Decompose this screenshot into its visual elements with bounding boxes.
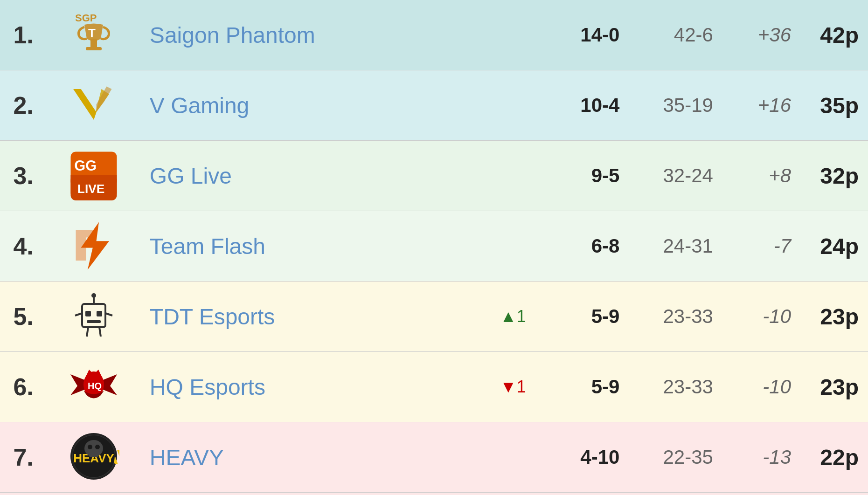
points: 42p (800, 0, 868, 70)
team-logo: SGP T (47, 0, 140, 70)
svg-rect-30 (89, 453, 98, 457)
rank-number: 7. (0, 422, 47, 493)
svg-text:T: T (88, 26, 96, 40)
team-name: Saigon Phantom (140, 0, 452, 70)
team-name: Team Flash (140, 211, 452, 282)
rank-number: 4. (0, 211, 47, 282)
win-loss-record: 4-10 (535, 422, 629, 493)
team-name: Tân Voi Gaming (140, 493, 452, 495)
table-row: 5. TDT Esports ▲1 5-9 23-33 (0, 282, 868, 352)
plus-minus: -20 (722, 493, 800, 495)
points: 32p (800, 141, 868, 211)
team-logo: HQ (47, 352, 140, 422)
svg-line-15 (75, 313, 82, 316)
rank-change (452, 70, 535, 141)
game-diff: 32-24 (629, 141, 722, 211)
team-logo: HEAVY HEAVY HEAVY (47, 422, 140, 493)
game-diff: 42-6 (629, 0, 722, 70)
team-name: HQ Esports (140, 352, 452, 422)
table-row: 7. HEAVY HEAVY HEAVY HEAVY 4-10 22-35 -1… (0, 422, 868, 493)
svg-line-18 (99, 327, 101, 337)
team-name: V Gaming (140, 70, 452, 141)
svg-rect-14 (87, 320, 101, 323)
plus-minus: +36 (722, 0, 800, 70)
plus-minus: -7 (722, 211, 800, 282)
standings-table: 1. SGP T Saigon Phantom 14-0 42-6 +36 42… (0, 0, 868, 495)
rank-change-value: 1 (517, 307, 526, 326)
table-row: 8. Tân Voi Gaming 3-11 17-37 -20 17p (0, 493, 868, 495)
svg-rect-2 (86, 47, 102, 50)
win-loss-record: 3-11 (535, 493, 629, 495)
game-diff: 23-33 (629, 282, 722, 352)
team-logo: GG LIVE (47, 141, 140, 211)
rank-change (452, 493, 535, 495)
points: 23p (800, 352, 868, 422)
table-row: 1. SGP T Saigon Phantom 14-0 42-6 +36 42… (0, 0, 868, 70)
svg-point-29 (95, 445, 100, 449)
win-loss-record: 9-5 (535, 141, 629, 211)
rank-number: 1. (0, 0, 47, 70)
rank-change: ▼1 (452, 352, 535, 422)
points: 22p (800, 422, 868, 493)
rank-change (452, 211, 535, 282)
team-logo (47, 282, 140, 352)
svg-line-16 (105, 313, 112, 316)
team-logo (47, 70, 140, 141)
points: 23p (800, 282, 868, 352)
rank-number: 8. (0, 493, 47, 495)
rank-number: 2. (0, 70, 47, 141)
game-diff: 23-33 (629, 352, 722, 422)
svg-text:LIVE: LIVE (77, 182, 104, 196)
svg-rect-12 (85, 311, 91, 316)
plus-minus: -10 (722, 282, 800, 352)
rank-number: 5. (0, 282, 47, 352)
rank-change-down-icon: ▼ (500, 377, 517, 396)
game-diff: 24-31 (629, 211, 722, 282)
points: 24p (800, 211, 868, 282)
team-logo (47, 211, 140, 282)
rank-change (452, 422, 535, 493)
plus-minus: +8 (722, 141, 800, 211)
rank-change: ▲1 (452, 282, 535, 352)
svg-line-17 (87, 327, 88, 337)
svg-text:SGP: SGP (75, 12, 97, 24)
win-loss-record: 5-9 (535, 352, 629, 422)
plus-minus: -10 (722, 352, 800, 422)
table-row: 4. Team Flash 6-8 24-31 -7 24p (0, 211, 868, 282)
plus-minus: -13 (722, 422, 800, 493)
svg-point-28 (88, 445, 92, 449)
svg-text:GG: GG (74, 158, 97, 174)
points: 17p (800, 493, 868, 495)
table-row: 6. HQ HQ Esports ▼1 5-9 23-33 -10 23p (0, 352, 868, 422)
team-name: TDT Esports (140, 282, 452, 352)
rank-change (452, 141, 535, 211)
rank-number: 6. (0, 352, 47, 422)
points: 35p (800, 70, 868, 141)
win-loss-record: 14-0 (535, 0, 629, 70)
rank-change-up-icon: ▲ (500, 307, 517, 326)
game-diff: 22-35 (629, 422, 722, 493)
game-diff: 17-37 (629, 493, 722, 495)
win-loss-record: 10-4 (535, 70, 629, 141)
win-loss-record: 6-8 (535, 211, 629, 282)
svg-point-11 (91, 293, 96, 298)
rank-change (452, 0, 535, 70)
win-loss-record: 5-9 (535, 282, 629, 352)
rank-number: 3. (0, 141, 47, 211)
table-row: 3. GG LIVE GG Live 9-5 32-24 +8 32p (0, 141, 868, 211)
rank-change-value: 1 (517, 377, 526, 396)
plus-minus: +16 (722, 70, 800, 141)
team-name: HEAVY (140, 422, 452, 493)
game-diff: 35-19 (629, 70, 722, 141)
table-row: 2. V Gaming 10-4 35-19 +16 35p (0, 70, 868, 141)
svg-text:HQ: HQ (88, 381, 102, 391)
svg-rect-13 (97, 311, 102, 316)
team-logo (47, 493, 140, 495)
team-name: GG Live (140, 141, 452, 211)
